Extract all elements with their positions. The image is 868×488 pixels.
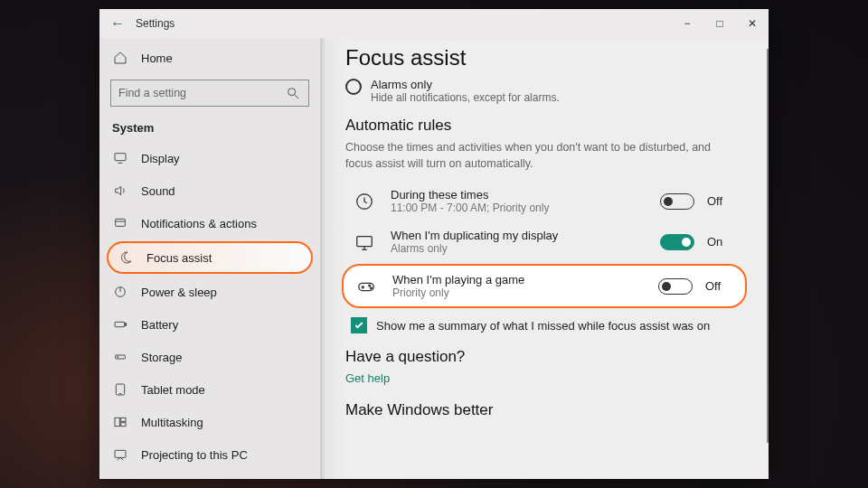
search-input[interactable]: Find a setting [110, 80, 309, 107]
window-title: Settings [136, 17, 175, 30]
svg-rect-19 [357, 236, 373, 246]
maximize-button[interactable]: □ [703, 9, 736, 38]
settings-window: ← Settings − □ ✕ Home Find a setting Sys… [99, 9, 769, 479]
sidebar-item-focus-assist[interactable]: Focus assist [107, 241, 313, 274]
monitor-icon [351, 232, 378, 252]
sidebar-item-label: Power & sleep [141, 286, 217, 299]
rule-title: During these times [391, 188, 647, 202]
tablet-icon [112, 382, 128, 397]
summary-checkbox-label: Show me a summary of what I missed while… [376, 319, 710, 333]
sidebar-item-multitasking[interactable]: Multitasking [99, 406, 320, 438]
toggle-state: Off [707, 194, 734, 208]
svg-rect-15 [121, 418, 126, 421]
sidebar: Home Find a setting System Display Sound [99, 38, 320, 479]
titlebar: ← Settings − □ ✕ [99, 9, 769, 38]
multitasking-icon [112, 415, 128, 429]
sidebar-item-tablet-mode[interactable]: Tablet mode [99, 373, 320, 406]
toggle-duplicating-display[interactable] [660, 234, 694, 250]
automatic-rules-desc: Choose the times and activities when you… [345, 140, 725, 172]
svg-rect-9 [125, 324, 126, 326]
sidebar-item-label: Focus assist [146, 251, 212, 265]
toggle-during-times[interactable] [660, 193, 694, 210]
feedback-heading: Make Windows better [345, 401, 743, 419]
rule-playing-game[interactable]: When I'm playing a game Priority only Of… [342, 264, 747, 308]
rule-sub: 11:00 PM - 7:00 AM; Priority only [391, 202, 647, 214]
projecting-icon [112, 447, 128, 462]
sidebar-nav: Display Sound Notifications & actions Fo… [99, 142, 320, 479]
automatic-rules-heading: Automatic rules [345, 117, 743, 135]
svg-rect-14 [115, 418, 119, 426]
radio-icon [345, 79, 362, 95]
rule-title: When I'm playing a game [392, 273, 646, 286]
power-icon [112, 285, 128, 299]
sound-icon [112, 183, 128, 198]
divider-shadow [320, 38, 326, 479]
gamepad-icon [353, 277, 380, 296]
main-panel: Focus assist Alarms only Hide all notifi… [320, 38, 769, 479]
sidebar-item-label: Notifications & actions [141, 217, 257, 230]
minimize-button[interactable]: − [671, 9, 703, 38]
rule-title: When I'm duplicating my display [391, 229, 647, 242]
display-icon [112, 151, 128, 165]
svg-rect-4 [116, 219, 126, 226]
toggle-playing-game[interactable] [658, 278, 693, 295]
sidebar-item-label: Sound [141, 184, 175, 198]
close-button[interactable]: ✕ [736, 9, 769, 38]
sidebar-item-label: Multitasking [141, 416, 203, 429]
search-placeholder: Find a setting [118, 87, 186, 99]
sidebar-section-label: System [99, 116, 320, 142]
sidebar-item-label: Battery [141, 318, 178, 332]
sidebar-item-projecting[interactable]: Projecting to this PC [99, 438, 320, 471]
clock-icon [351, 192, 378, 211]
toggle-state: Off [705, 279, 732, 293]
sidebar-item-label: Display [141, 152, 180, 165]
radio-desc: Hide all notifications, except for alarm… [371, 91, 560, 104]
radio-label: Alarms only [371, 78, 560, 91]
rule-during-times[interactable]: During these times 11:00 PM - 7:00 AM; P… [345, 181, 743, 221]
svg-point-26 [371, 286, 373, 288]
battery-icon [112, 317, 128, 332]
svg-line-1 [295, 95, 298, 99]
back-button[interactable]: ← [99, 15, 136, 32]
sidebar-home[interactable]: Home [99, 42, 320, 74]
sidebar-item-power-sleep[interactable]: Power & sleep [99, 276, 320, 308]
page-title: Focus assist [345, 45, 743, 70]
toggle-state: On [707, 235, 734, 249]
svg-point-11 [118, 356, 118, 357]
sidebar-item-label: Tablet mode [141, 383, 205, 397]
notifications-icon [112, 216, 128, 230]
scrollbar[interactable] [767, 49, 769, 443]
sidebar-home-label: Home [141, 52, 173, 65]
search-icon [285, 86, 301, 100]
svg-point-25 [369, 285, 371, 286]
rule-duplicating-display[interactable]: When I'm duplicating my display Alarms o… [345, 221, 743, 262]
sidebar-item-battery[interactable]: Battery [99, 308, 320, 341]
get-help-link[interactable]: Get help [345, 371, 743, 385]
sidebar-item-label: Storage [141, 351, 183, 364]
svg-rect-17 [115, 450, 126, 457]
home-icon [112, 51, 128, 65]
sidebar-item-notifications[interactable]: Notifications & actions [99, 207, 320, 239]
svg-rect-8 [115, 322, 125, 326]
sidebar-item-storage[interactable]: Storage [99, 341, 320, 373]
rule-sub: Priority only [392, 286, 646, 299]
svg-rect-2 [115, 154, 126, 161]
question-heading: Have a question? [345, 348, 743, 366]
checkbox-checked-icon [351, 317, 367, 333]
summary-checkbox-row[interactable]: Show me a summary of what I missed while… [351, 317, 743, 333]
radio-alarms-only[interactable]: Alarms only Hide all notifications, exce… [345, 78, 743, 104]
sidebar-item-label: Projecting to this PC [141, 448, 248, 462]
sidebar-item-sound[interactable]: Sound [99, 174, 320, 207]
moon-icon [118, 250, 134, 265]
storage-icon [112, 350, 128, 364]
svg-rect-16 [121, 423, 126, 427]
rule-sub: Alarms only [391, 242, 647, 255]
sidebar-item-display[interactable]: Display [99, 142, 320, 174]
svg-point-0 [288, 89, 296, 96]
